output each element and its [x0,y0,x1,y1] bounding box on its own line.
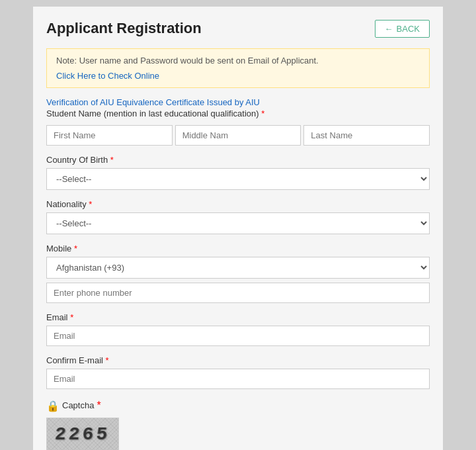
mobile-country-wrapper: Afghanistan (+93) [46,257,430,279]
captcha-required: * [97,400,100,412]
captcha-group: 🔒 Captcha * 2265 Refresh [46,398,430,450]
mobile-label: Mobile * [46,244,430,253]
country-of-birth-group: Country Of Birth * --Select-- [46,155,430,190]
student-name-group [46,125,430,146]
email-label: Email * [46,312,430,322]
note-text: Note: User name and Password would be se… [56,56,319,66]
country-select[interactable]: --Select-- [46,168,430,190]
aiu-verification-link[interactable]: Verification of AIU Equivalence Certific… [46,97,430,107]
captcha-lock-icon: 🔒 [46,400,60,412]
check-online-link[interactable]: Click Here to Check Online [56,71,159,81]
first-name-input[interactable] [46,125,173,146]
confirm-email-group: Confirm E-mail * [46,355,430,389]
back-arrow-icon: ← [385,24,393,34]
last-name-input[interactable] [303,125,430,146]
mobile-group: Mobile * Afghanistan (+93) [46,244,430,303]
student-name-subtitle: Student Name (mention in last educationa… [46,109,430,118]
note-box: Note: User name and Password would be se… [46,48,430,88]
back-label: BACK [397,24,420,34]
middle-name-input[interactable] [175,125,301,146]
back-button[interactable]: ← BACK [375,20,430,38]
nationality-label: Nationality * [46,199,430,209]
header-row: Applicant Registration ← BACK [46,20,430,38]
nationality-group: Nationality * --Select-- [46,199,430,234]
captcha-label: Captcha [62,400,94,410]
nationality-select-wrapper: --Select-- [46,212,430,234]
page-title: Applicant Registration [46,20,202,37]
confirm-email-label: Confirm E-mail * [46,355,430,365]
country-select-wrapper: --Select-- [46,168,430,190]
phone-input[interactable] [46,283,430,303]
name-row [46,125,430,146]
country-label: Country Of Birth * [46,155,430,165]
confirm-email-input[interactable] [46,369,430,389]
captcha-noise-bg: 2265 [47,418,118,450]
captcha-display-text: 2265 [54,424,111,445]
captcha-image: 2265 [46,418,119,450]
mobile-country-select[interactable]: Afghanistan (+93) [46,257,430,279]
email-group: Email * [46,312,430,346]
captcha-label-row: 🔒 Captcha * [46,398,430,412]
page-container: Applicant Registration ← BACK Note: User… [33,7,443,450]
student-name-required: * [261,109,264,118]
nationality-select[interactable]: --Select-- [46,212,430,234]
email-input[interactable] [46,326,430,346]
